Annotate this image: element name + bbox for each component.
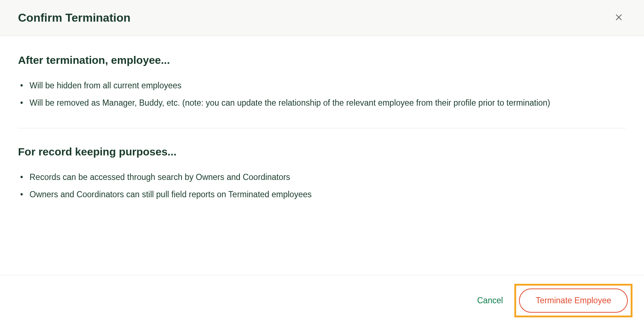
close-button[interactable] [612,10,626,26]
list-item: Records can be accessed through search b… [18,169,626,185]
modal-body: After termination, employee... Will be h… [0,36,644,222]
close-icon [614,13,623,23]
after-termination-list: Will be hidden from all current employee… [18,78,626,111]
terminate-employee-button[interactable]: Terminate Employee [519,288,628,313]
section-divider [18,128,626,128]
list-item: Will be removed as Manager, Buddy, etc. … [18,95,626,111]
list-item: Owners and Coordinators can still pull f… [18,187,626,203]
record-keeping-list: Records can be accessed through search b… [18,169,626,202]
modal-header: Confirm Termination [0,0,644,36]
cancel-button[interactable]: Cancel [476,291,505,310]
section-after-termination-title: After termination, employee... [18,54,626,66]
modal-title: Confirm Termination [18,11,130,25]
modal-footer: Cancel Terminate Employee [0,275,644,326]
list-item: Will be hidden from all current employee… [18,78,626,94]
highlight-annotation: Terminate Employee [514,284,632,317]
section-record-keeping-title: For record keeping purposes... [18,146,626,158]
